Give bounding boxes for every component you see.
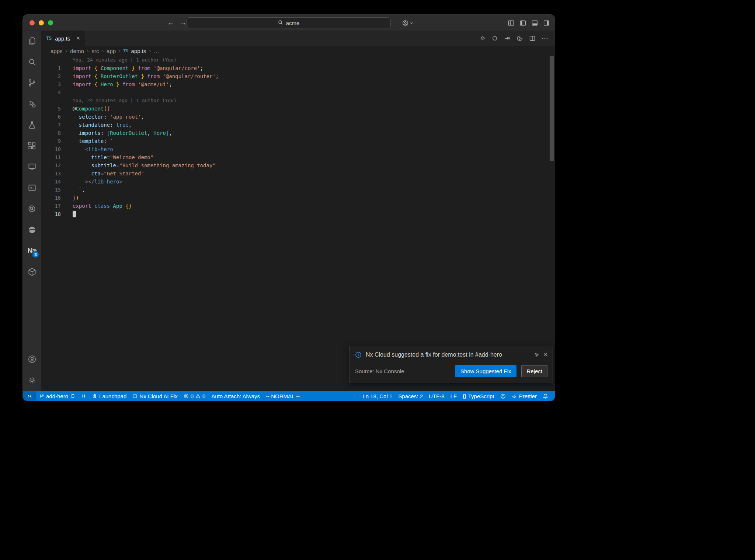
- code-line-10[interactable]: 10 <lib-hero: [41, 145, 555, 153]
- nx-console-icon[interactable]: [27, 183, 37, 193]
- line-number[interactable]: [41, 97, 73, 105]
- nx-cloud-item[interactable]: Nx Cloud AI Fix: [129, 391, 180, 401]
- code-line-16[interactable]: 16}): [41, 194, 555, 202]
- account-icon[interactable]: [27, 354, 37, 364]
- eol-item[interactable]: LF: [448, 391, 460, 401]
- line-number[interactable]: 6: [41, 113, 73, 121]
- next-change-icon[interactable]: [504, 35, 511, 42]
- encoding-item[interactable]: UTF-8: [426, 391, 448, 401]
- code-line-12[interactable]: 12 subtitle="Build something amazing tod…: [41, 161, 555, 169]
- split-editor-icon[interactable]: [529, 35, 536, 42]
- blame-annotation-row[interactable]: You, 24 minutes ago | 1 author (You): [41, 56, 555, 64]
- formatter-item[interactable]: Prettier: [509, 391, 540, 401]
- line-number[interactable]: 8: [41, 129, 73, 137]
- remote-explorer-icon[interactable]: [27, 162, 37, 172]
- line-number[interactable]: 17: [41, 202, 73, 210]
- account-button[interactable]: [402, 15, 413, 31]
- nx-icon[interactable]: N≫ 3: [27, 246, 37, 256]
- line-number[interactable]: 13: [41, 169, 73, 178]
- notifications-bell-item[interactable]: [540, 391, 551, 401]
- code-line-18[interactable]: 18: [41, 210, 555, 218]
- code-line-15[interactable]: 15 `,: [41, 186, 555, 194]
- breadcrumb-src[interactable]: src: [91, 48, 99, 54]
- breadcrumb-demo[interactable]: demo: [70, 48, 84, 54]
- containers-icon[interactable]: [27, 267, 37, 277]
- line-number[interactable]: 16: [41, 194, 73, 202]
- tab-app-ts[interactable]: TS app.ts ×: [41, 31, 85, 46]
- edge-devtools-icon[interactable]: [27, 225, 37, 235]
- code-line-9[interactable]: 9 template: `: [41, 137, 555, 145]
- zoom-window-button[interactable]: [48, 20, 53, 25]
- gitlens-item[interactable]: [78, 391, 89, 401]
- launchpad-item[interactable]: Launchpad: [89, 391, 129, 401]
- line-number[interactable]: 7: [41, 121, 73, 129]
- line-number[interactable]: 18: [41, 210, 73, 218]
- testing-icon[interactable]: [27, 120, 37, 130]
- auto-attach-item[interactable]: Auto Attach: Always: [208, 391, 263, 401]
- code-line-4[interactable]: 4: [41, 88, 555, 97]
- breadcrumb-app[interactable]: app: [107, 48, 116, 54]
- language-mode-item[interactable]: {} TypeScript: [460, 391, 497, 401]
- search-icon[interactable]: [27, 57, 37, 67]
- line-number[interactable]: 1: [41, 64, 73, 72]
- line-number[interactable]: 10: [41, 145, 73, 153]
- go-back-button[interactable]: ←: [167, 15, 174, 31]
- close-tab-icon[interactable]: ×: [76, 35, 80, 42]
- line-number[interactable]: 11: [41, 153, 73, 161]
- code-line-13[interactable]: 13 cta="Get Started": [41, 169, 555, 178]
- open-changes-icon[interactable]: [479, 35, 486, 42]
- problems-item[interactable]: 0 0: [181, 391, 209, 401]
- code-line-8[interactable]: 8 imports: [RouterOutlet, Hero],: [41, 129, 555, 137]
- code-line-6[interactable]: 6 selector: 'app-root',: [41, 113, 555, 121]
- go-forward-button[interactable]: →: [180, 15, 187, 31]
- command-center-search[interactable]: acme: [187, 17, 391, 28]
- toggle-secondary-sidebar-icon[interactable]: [543, 20, 550, 26]
- code-line-17[interactable]: 17export class App {}: [41, 202, 555, 210]
- notification-settings-gear-icon[interactable]: [534, 352, 540, 358]
- line-number[interactable]: 3: [41, 80, 73, 88]
- minimize-window-button[interactable]: [39, 20, 44, 25]
- cursor-position-item[interactable]: Ln 18, Col 1: [359, 391, 395, 401]
- settings-gear-icon[interactable]: [27, 375, 37, 385]
- code-line-1[interactable]: 1import { Component } from '@angular/cor…: [41, 64, 555, 72]
- code-line-14[interactable]: 14 ></lib-hero>: [41, 178, 555, 186]
- blame-annotation-row[interactable]: You, 24 minutes ago | 1 author (You): [41, 97, 555, 105]
- indentation-item[interactable]: Spaces: 2: [395, 391, 426, 401]
- git-branch-item[interactable]: add-hero: [36, 391, 78, 401]
- extensions-icon[interactable]: [27, 141, 37, 151]
- customize-layout-icon[interactable]: [508, 20, 514, 26]
- previous-change-icon[interactable]: [491, 35, 498, 42]
- breadcrumb-file[interactable]: app.ts: [131, 48, 146, 54]
- gitlens-inspect-icon[interactable]: [27, 204, 37, 214]
- code-line-5[interactable]: 5@Component({: [41, 105, 555, 113]
- source-control-icon[interactable]: [27, 78, 37, 88]
- breadcrumb-symbol[interactable]: …: [154, 48, 159, 54]
- code-line-11[interactable]: 11 title="Welcmoe demo": [41, 153, 555, 161]
- explorer-icon[interactable]: [27, 36, 37, 46]
- show-suggested-fix-button[interactable]: Show Suggested Fix: [455, 365, 517, 377]
- more-actions-icon[interactable]: ⋯: [542, 34, 549, 42]
- line-number[interactable]: 12: [41, 161, 73, 169]
- code-line-3[interactable]: 3import { Hero } from '@acme/ui';: [41, 80, 555, 88]
- code-line-2[interactable]: 2import { RouterOutlet } from '@angular/…: [41, 72, 555, 80]
- code-line-7[interactable]: 7 standalone: true,: [41, 121, 555, 129]
- line-number[interactable]: 4: [41, 88, 73, 97]
- line-number[interactable]: 14: [41, 178, 73, 186]
- toggle-primary-sidebar-icon[interactable]: [520, 20, 526, 26]
- line-number[interactable]: [41, 56, 73, 64]
- breadcrumb-apps[interactable]: apps: [51, 48, 63, 54]
- reject-button[interactable]: Reject: [521, 365, 547, 377]
- vim-mode-item[interactable]: -- NORMAL --: [263, 391, 303, 401]
- notification-close-icon[interactable]: ×: [544, 351, 547, 358]
- line-number[interactable]: 9: [41, 137, 73, 145]
- editor-scrollbar[interactable]: [550, 56, 554, 161]
- run-file-icon[interactable]: [516, 35, 523, 42]
- run-and-debug-icon[interactable]: [27, 99, 37, 109]
- line-number[interactable]: 2: [41, 72, 73, 80]
- line-number[interactable]: 15: [41, 186, 73, 194]
- line-number[interactable]: 5: [41, 105, 73, 113]
- code-editor[interactable]: You, 24 minutes ago | 1 author (You)1imp…: [41, 56, 555, 391]
- toggle-panel-icon[interactable]: [532, 20, 538, 26]
- remote-indicator[interactable]: [23, 391, 36, 401]
- close-window-button[interactable]: [29, 20, 35, 25]
